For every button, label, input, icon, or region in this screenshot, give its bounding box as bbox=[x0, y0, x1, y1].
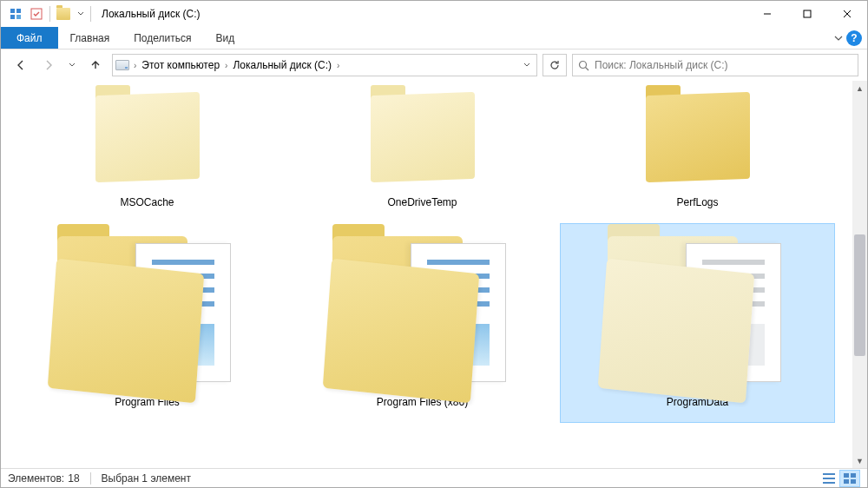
folder-icon bbox=[637, 89, 759, 193]
ribbon-tab-view[interactable]: Вид bbox=[203, 27, 247, 49]
folder-icon bbox=[362, 89, 483, 193]
folder-icon bbox=[327, 228, 518, 392]
back-button[interactable] bbox=[10, 54, 32, 76]
breadcrumb-root[interactable]: Этот компьютер bbox=[138, 55, 223, 76]
svg-line-10 bbox=[586, 67, 589, 70]
folder-item[interactable]: Program Files (x86) bbox=[285, 223, 560, 423]
svg-rect-3 bbox=[16, 15, 21, 19]
svg-rect-12 bbox=[823, 478, 835, 479]
ribbon-tab-file[interactable]: Файл bbox=[1, 27, 58, 49]
search-input[interactable] bbox=[595, 59, 852, 71]
folder-item[interactable]: Program Files bbox=[10, 223, 285, 423]
separator bbox=[90, 6, 91, 22]
search-box[interactable] bbox=[572, 54, 858, 76]
title-folder-icon bbox=[54, 4, 73, 23]
folder-item[interactable]: PerfLogs bbox=[560, 84, 835, 223]
scroll-track[interactable] bbox=[852, 96, 867, 453]
chevron-right-icon[interactable]: › bbox=[223, 61, 229, 70]
svg-point-9 bbox=[580, 61, 587, 68]
minimize-button[interactable] bbox=[747, 1, 787, 27]
address-dropdown-icon[interactable] bbox=[517, 62, 536, 69]
scroll-down-button[interactable]: ▼ bbox=[852, 453, 867, 468]
svg-rect-15 bbox=[851, 473, 856, 478]
svg-rect-14 bbox=[844, 473, 849, 478]
items-view[interactable]: MSOCache OneDriveTemp PerfLogs Program F… bbox=[1, 81, 852, 468]
refresh-button[interactable] bbox=[542, 54, 567, 76]
svg-rect-16 bbox=[844, 479, 849, 484]
item-label: PerfLogs bbox=[676, 196, 718, 208]
svg-rect-2 bbox=[10, 15, 15, 19]
view-mode-toggle bbox=[819, 470, 860, 487]
qat-properties-icon[interactable] bbox=[6, 4, 25, 23]
separator bbox=[49, 6, 50, 22]
scroll-thumb[interactable] bbox=[854, 234, 865, 356]
ribbon-expand-icon[interactable] bbox=[834, 34, 843, 43]
separator bbox=[90, 472, 91, 485]
window-title: Локальный диск (C:) bbox=[102, 8, 201, 20]
item-label: OneDriveTemp bbox=[387, 196, 457, 208]
drive-icon bbox=[113, 60, 132, 70]
recent-locations-button[interactable] bbox=[65, 54, 79, 76]
navigation-bar: › Этот компьютер › Локальный диск (C:) › bbox=[1, 49, 867, 81]
svg-rect-13 bbox=[823, 482, 835, 484]
folder-item-selected[interactable]: ProgramData bbox=[560, 223, 835, 423]
up-button[interactable] bbox=[84, 54, 107, 76]
svg-rect-4 bbox=[31, 9, 42, 19]
window-controls bbox=[747, 1, 867, 27]
help-icon[interactable]: ? bbox=[846, 30, 862, 46]
folder-icon bbox=[87, 89, 208, 193]
maximize-button[interactable] bbox=[787, 1, 827, 27]
chevron-right-icon[interactable]: › bbox=[132, 61, 138, 70]
status-bar: Элементов: 18 Выбран 1 элемент bbox=[1, 468, 867, 487]
large-icons-view-button[interactable] bbox=[839, 470, 860, 487]
close-button[interactable] bbox=[827, 1, 867, 27]
folder-icon bbox=[52, 228, 243, 392]
qat-chevron-down-icon[interactable] bbox=[75, 4, 87, 23]
qat-dropdown-icon[interactable] bbox=[27, 4, 46, 23]
quick-access-toolbar: Локальный диск (C:) bbox=[1, 4, 206, 23]
svg-rect-11 bbox=[823, 473, 835, 475]
folder-icon bbox=[602, 228, 793, 392]
status-item-count: Элементов: 18 bbox=[8, 472, 80, 485]
forward-button[interactable] bbox=[37, 54, 60, 76]
svg-rect-1 bbox=[16, 9, 21, 13]
ribbon-tab-share[interactable]: Поделиться bbox=[122, 27, 203, 49]
title-bar: Локальный диск (C:) bbox=[1, 1, 867, 27]
address-bar[interactable]: › Этот компьютер › Локальный диск (C:) › bbox=[112, 54, 537, 76]
scroll-up-button[interactable]: ▲ bbox=[852, 81, 867, 96]
ribbon-tab-home[interactable]: Главная bbox=[58, 27, 122, 49]
search-icon bbox=[578, 60, 589, 71]
vertical-scrollbar[interactable]: ▲ ▼ bbox=[852, 81, 867, 468]
details-view-button[interactable] bbox=[819, 470, 839, 487]
svg-rect-0 bbox=[10, 9, 15, 13]
item-label: MSOCache bbox=[120, 196, 174, 208]
ribbon-tabs: Файл Главная Поделиться Вид ? bbox=[1, 27, 867, 49]
folder-item[interactable]: MSOCache bbox=[10, 84, 285, 223]
svg-rect-17 bbox=[851, 479, 856, 484]
chevron-right-icon[interactable]: › bbox=[335, 61, 341, 70]
folder-item[interactable]: OneDriveTemp bbox=[285, 84, 560, 223]
status-selection: Выбран 1 элемент bbox=[102, 472, 191, 485]
breadcrumb-current[interactable]: Локальный диск (C:) bbox=[229, 55, 335, 76]
svg-rect-6 bbox=[804, 10, 811, 17]
